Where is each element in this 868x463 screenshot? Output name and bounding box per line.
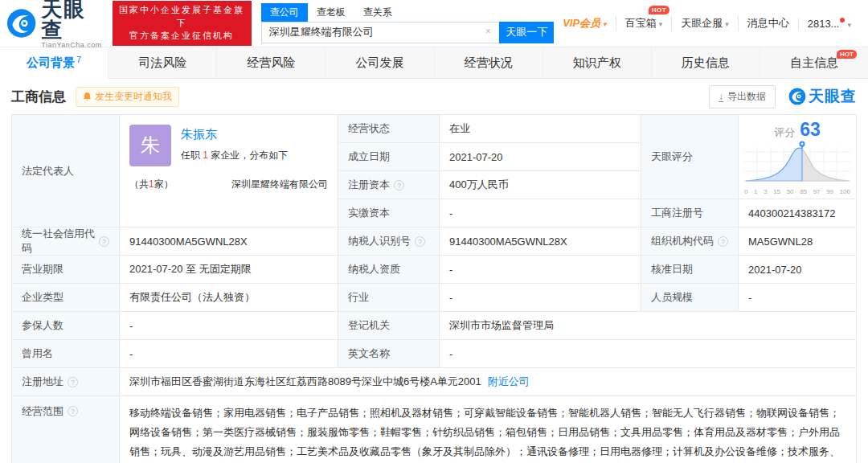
top-menu: VIP会员▾ HOT 百宝箱▾ 天眼企服▾ 消息中心 2813...▾ [554,16,860,31]
field-label: 人员规模 [641,284,738,311]
hot-badge: HOT [837,50,857,59]
field-value: 2021-07-20 [739,256,856,283]
field-value: 2021-07-20 至 无固定期限 [120,256,338,283]
hot-badge: HOT [649,6,669,14]
field-value: MA5GWNL28 [739,227,856,255]
business-scope-cell: 移动终端设备销售；家用电器销售；电子产品销售；照相机及器材销售；可穿戴智能设备销… [120,396,856,463]
watermark-brand: 天眼查 [788,86,857,107]
download-icon: ↓ [719,92,723,102]
score-distribution-chart [744,141,850,187]
chevron-down-icon: ▾ [603,20,607,28]
tab-judicial-risk[interactable]: 司法风险 [108,47,217,78]
gov-certification-badge: 国家中小企业发展子基金旗下 官方备案企业征信机构 [113,1,252,46]
tianyancha-logo-icon [6,7,36,39]
chevron-down-icon: ▾ [847,21,851,29]
field-label: 英文名称 [338,340,439,367]
nearby-companies-link[interactable]: 附近公司 [488,375,530,389]
business-info-table: 法定代表人 朱 朱振东 任职 1 家企业，分布如下 （共1家） 深圳星耀终端有限… [11,114,857,463]
menu-vip[interactable]: VIP会员▾ [554,16,616,31]
avatar[interactable]: 朱 [129,125,171,166]
watermark-brand-text: 天眼查 [809,86,857,107]
help-icon[interactable]: ? [718,236,728,247]
tianyan-score-label: 天眼评分 [641,115,738,199]
field-label: 经营状态 [338,115,439,142]
field-value: 91440300MA5GWNL28X [120,227,338,255]
field-label: 纳税人识别号? [338,227,439,255]
tab-self-info[interactable]: 自主信息 HOT [760,47,868,78]
registered-address-cell: 深圳市福田区香蜜湖街道东海社区红荔西路8089号深业中城6号楼A单元2001 附… [120,368,856,395]
field-value: 2021-07-20 [440,143,641,170]
field-label: 行业 [338,284,439,311]
search-button[interactable]: 天眼一下 [499,22,554,43]
legal-rep-positions: 任职 1 家企业，分布如下 [181,149,288,162]
search-tab-boss[interactable]: 查老板 [308,3,354,22]
tab-intellectual-property[interactable]: 知识产权 [543,47,652,78]
field-label: 参保人数 [12,312,119,339]
search-area: 查公司 查老板 查关系 × 天眼一下 [261,4,554,43]
search-tab-relation[interactable]: 查关系 [354,3,401,22]
field-value: - [120,312,338,339]
section-header: 工商信息 发生变更时通知我 ↓ 导出数据 天眼查 [0,79,868,114]
score-value: 63 [800,119,821,141]
tab-count: 7 [76,55,81,64]
tianyancha-logo[interactable]: 天眼查 TianYanCha.com [6,0,104,49]
field-label: 工商注册号 [641,199,738,227]
section-title: 工商信息 [11,88,66,106]
field-value: 深圳市市场监督管理局 [440,312,856,339]
score-word: 评分 [774,125,795,140]
field-value: - [440,340,856,367]
menu-enterprise-service[interactable]: 天眼企服▾ [671,16,738,31]
menu-message-center[interactable]: 消息中心 [738,16,798,31]
field-value: 440300214383172 [739,199,856,227]
search-input[interactable] [261,22,499,43]
tab-operating-risk[interactable]: 经营风险 [217,47,326,78]
field-label: 营业期限 [12,256,119,283]
field-label: 登记机关 [338,312,439,339]
chevron-down-icon: ▾ [659,20,663,28]
field-label: 企业类型 [12,284,119,311]
menu-account[interactable]: 2813...▾ [798,18,860,30]
tianyan-score-cell: 评分 63 01315508597 [739,115,856,199]
legal-rep-company-count: （共1家） [129,178,174,191]
field-value: - [440,256,641,283]
tab-company-development[interactable]: 公司发展 [326,47,434,78]
search-tab-company[interactable]: 查公司 [261,3,308,22]
field-label: 核准日期 [641,256,738,283]
help-icon[interactable]: ? [68,406,78,416]
help-icon[interactable]: ? [415,236,425,247]
legal-rep-cell: 朱 朱振东 任职 1 家企业，分布如下 （共1家） 深圳星耀终端有限公司 [120,115,338,227]
legal-rep-label: 法定代表人 [12,115,119,227]
field-label: 曾用名 [12,340,119,367]
notification-dot [840,18,845,23]
export-data-button[interactable]: ↓ 导出数据 [709,85,776,109]
tab-operating-status[interactable]: 经营状况 [435,47,543,78]
notify-on-change-button[interactable]: 发生变更时通知我 [76,87,179,107]
tab-history-info[interactable]: 历史信息 [652,47,760,78]
field-label: 成立日期 [338,143,439,170]
field-label: 组织机构代码? [641,227,738,255]
menu-toolbox[interactable]: HOT 百宝箱▾ [616,16,672,31]
score-axis-ticks: 0131550859799100 [744,188,850,195]
help-icon[interactable]: ? [68,377,78,387]
legal-rep-company[interactable]: 深圳星耀终端有限公司 [231,178,328,191]
legal-rep-name-link[interactable]: 朱振东 [181,127,288,142]
field-value: - [440,284,641,311]
chevron-down-icon: ▾ [725,20,729,28]
tab-company-background[interactable]: 公司背景7 [0,47,108,79]
field-value: 91440300MA5GWNL28X [440,227,641,255]
bell-icon [83,92,92,101]
search-tabs: 查公司 查老板 查关系 [261,4,554,22]
field-value: - [739,284,856,311]
help-icon[interactable]: ? [99,236,109,247]
clear-search-icon[interactable]: × [482,27,493,38]
field-value: 在业 [440,115,641,142]
company-nav-tabs: 公司背景7 司法风险 经营风险 公司发展 经营状况 知识产权 历史信息 自主信息… [0,47,868,79]
top-header: 天眼查 TianYanCha.com 国家中小企业发展子基金旗下 官方备案企业征… [0,0,868,47]
field-value: 有限责任公司（法人独资） [120,284,338,311]
field-label: 经营范围? [12,396,119,463]
field-value: - [120,340,338,367]
field-label: 纳税人资质 [338,256,439,283]
help-icon[interactable]: ? [394,180,404,191]
tianyancha-mini-icon [788,88,806,105]
field-label: 统一社会信用代码? [12,227,119,255]
